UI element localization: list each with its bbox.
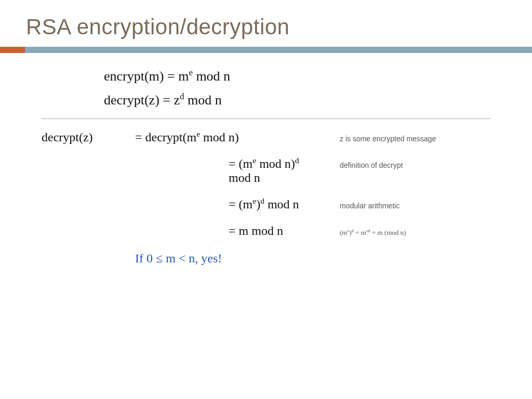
formulas-top: encrypt(m) = me mod n decrypt(z) = zd mo… bbox=[42, 69, 490, 108]
proof-section: decrypt(z) = decrypt(me mod n) z is some… bbox=[42, 130, 490, 265]
proof-row1-rhs-text: decrypt(me mod n) bbox=[145, 130, 239, 144]
proof-row4-rhs: = m mod n bbox=[229, 224, 324, 238]
conclusion-line: If 0 ≤ m < n, yes! bbox=[42, 251, 490, 265]
conclusion-text: If 0 ≤ m < n, yes! bbox=[135, 251, 222, 265]
decrypt-exp-d: d bbox=[180, 91, 184, 101]
proof-row2-rhs-text: (me mod n)d mod n bbox=[229, 157, 299, 184]
spacer-4-conclusion bbox=[42, 238, 490, 248]
encrypt-formula-text: encrypt(m) = me mod n bbox=[104, 69, 230, 84]
proof-row3-annotation: modular arithmetic bbox=[324, 202, 490, 210]
deco-bar-orange bbox=[0, 47, 25, 53]
main-content: encrypt(m) = me mod n decrypt(z) = zd mo… bbox=[0, 53, 532, 265]
deco-bar-blue bbox=[25, 47, 532, 53]
title-area: RSA encryption/decryption bbox=[0, 0, 532, 39]
proof-row3-exp-e: e bbox=[252, 196, 256, 205]
slide: RSA encryption/decryption encrypt(m) = m… bbox=[0, 0, 532, 399]
eq-sign-3: = bbox=[229, 197, 239, 211]
page-title: RSA encryption/decryption bbox=[26, 15, 506, 39]
proof-row3-exp-d: d bbox=[260, 196, 264, 205]
deco-bar bbox=[0, 47, 532, 53]
divider bbox=[42, 118, 490, 119]
proof-row-2: = (me mod n)d mod n definition of decryp… bbox=[42, 157, 490, 185]
proof-row2-exp-d: d bbox=[295, 156, 299, 165]
proof-row1-lhs: decrypt(z) bbox=[42, 130, 135, 144]
proof-row4-ann-exp-e: e bbox=[347, 228, 349, 233]
proof-row4-annotation: (me)d = med = m (mod n) bbox=[324, 229, 490, 237]
proof-row3-rhs-text: (me)d mod n bbox=[239, 197, 299, 211]
proof-row1-annotation: z is some encrypted message bbox=[324, 135, 490, 143]
proof-row2-exp-e: e bbox=[252, 156, 256, 165]
proof-row4-rhs-text: m mod n bbox=[239, 224, 283, 237]
proof-row1-rhs: = decrypt(me mod n) bbox=[135, 130, 324, 144]
eq-sign-4: = bbox=[229, 224, 239, 237]
proof-row4-ann-exp-ed: ed bbox=[366, 228, 370, 233]
proof-row2-annotation: definition of decrypt bbox=[324, 161, 490, 169]
proof-row2-rhs: = (me mod n)d mod n bbox=[229, 157, 324, 185]
decrypt-formula-text: decrypt(z) = zd mod n bbox=[104, 92, 222, 108]
spacer-3-4 bbox=[42, 211, 490, 224]
proof-row3-rhs: = (me)d mod n bbox=[229, 197, 324, 211]
proof-row-3: = (me)d mod n modular arithmetic bbox=[42, 197, 490, 211]
encrypt-formula: encrypt(m) = me mod n bbox=[104, 69, 490, 84]
eq-sign-2: = bbox=[229, 157, 239, 170]
spacer-2-3 bbox=[42, 185, 490, 197]
proof-row-1: decrypt(z) = decrypt(me mod n) z is some… bbox=[42, 130, 490, 144]
proof-row-4: = m mod n (me)d = med = m (mod n) bbox=[42, 224, 490, 238]
decrypt-formula: decrypt(z) = zd mod n bbox=[104, 92, 490, 108]
eq-sign-1: = bbox=[135, 130, 145, 144]
encrypt-exp-e: e bbox=[189, 68, 193, 77]
proof-row4-ann-exp-d: d bbox=[352, 228, 354, 233]
proof-row1-exp-e: e bbox=[196, 129, 200, 138]
